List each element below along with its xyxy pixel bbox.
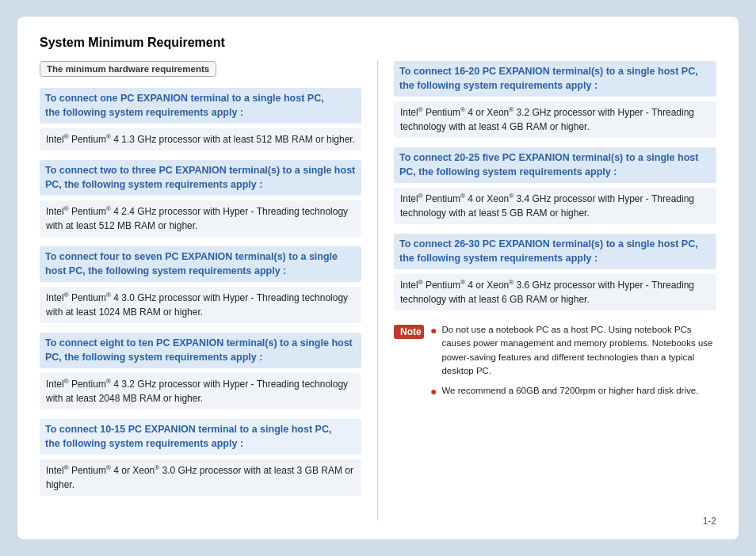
spec-box-2: Intel® Pentium® 4 2.4 GHz processor with…: [40, 200, 361, 237]
section-header-4: To connect eight to ten PC EXPANION term…: [40, 333, 361, 368]
spec-box-1: Intel® Pentium® 4 1.3 GHz processor with…: [40, 128, 361, 150]
section-header-8: To connect 26-30 PC EXPANION terminal(s)…: [394, 234, 716, 269]
right-column: To connect 16-20 PC EXPANION terminal(s)…: [378, 61, 716, 520]
spec-box-6: Intel® Pentium® 4 or Xeon® 3.2 GHz proce…: [394, 101, 716, 138]
bullet-icon-2: ●: [430, 384, 437, 400]
section-header-7: To connect 20-25 five PC EXPANION termin…: [394, 147, 716, 183]
note-section: Note ● Do not use a notebook PC as a hos…: [394, 323, 716, 406]
spec-box-8: Intel® Pentium® 4 or Xeon® 3.6 GHz proce…: [394, 274, 716, 310]
spec-box-3: Intel® Pentium® 4 3.0 GHz processor with…: [40, 287, 361, 323]
section-header-1: To connect one PC EXPANION terminal to a…: [40, 88, 361, 124]
note-item-1: ● Do not use a notebook PC as a host PC.…: [430, 323, 716, 378]
note-content: ● Do not use a notebook PC as a host PC.…: [430, 323, 716, 406]
section-header-2: To connect two to three PC EXPANION term…: [40, 160, 361, 196]
note-text-2: We recommend a 60GB and 7200rpm or highe…: [441, 384, 698, 398]
page-container: System Minimum Requirement The minimum h…: [17, 17, 739, 539]
section-header-6: To connect 16-20 PC EXPANION terminal(s)…: [394, 61, 716, 97]
section-header-5: To connect 10-15 PC EXPANION terminal to…: [40, 419, 361, 455]
spec-box-7: Intel® Pentium® 4 or Xeon® 3.4 GHz proce…: [394, 188, 716, 224]
content-columns: The minimum hardware requirements To con…: [40, 61, 716, 520]
section-header-3: To connect four to seven PC EXPANION ter…: [40, 246, 361, 282]
left-column: The minimum hardware requirements To con…: [40, 61, 378, 520]
note-text-1: Do not use a notebook PC as a host PC. U…: [441, 323, 716, 378]
spec-box-4: Intel® Pentium® 4 3.2 GHz processor with…: [40, 373, 361, 409]
note-item-2: ● We recommend a 60GB and 7200rpm or hig…: [430, 384, 716, 400]
spec-box-5: Intel® Pentium® 4 or Xeon® 3.0 GHz proce…: [40, 459, 361, 496]
bullet-icon-1: ●: [430, 323, 437, 339]
page-number: 1-2: [703, 516, 716, 527]
note-label: Note: [394, 325, 424, 339]
page-title: System Minimum Requirement: [40, 36, 716, 50]
hw-badge: The minimum hardware requirements: [40, 61, 216, 77]
